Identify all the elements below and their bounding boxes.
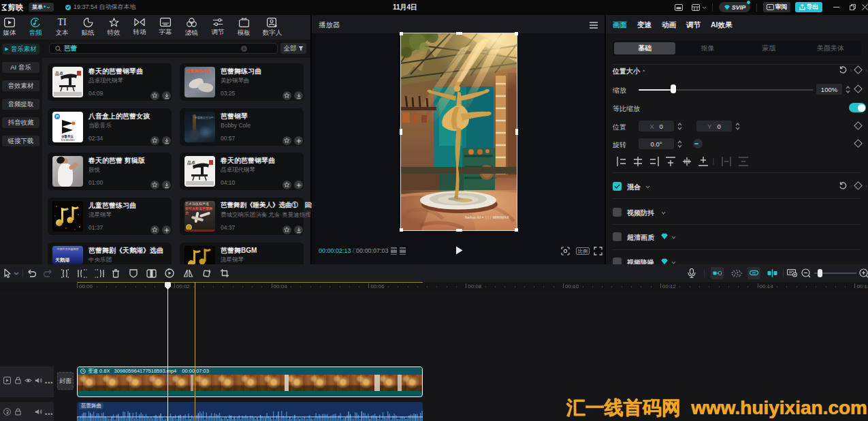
svg-text:品卓: 品卓 bbox=[55, 71, 63, 76]
svg-text:hailuo AI × ᛁᛁᛁ MINIMAX: hailuo AI × ᛁᛁᛁ MINIMAX bbox=[465, 215, 509, 219]
svg-text:品卓: 品卓 bbox=[187, 160, 195, 166]
svg-text:DG MUSIC: DG MUSIC bbox=[61, 138, 75, 142]
